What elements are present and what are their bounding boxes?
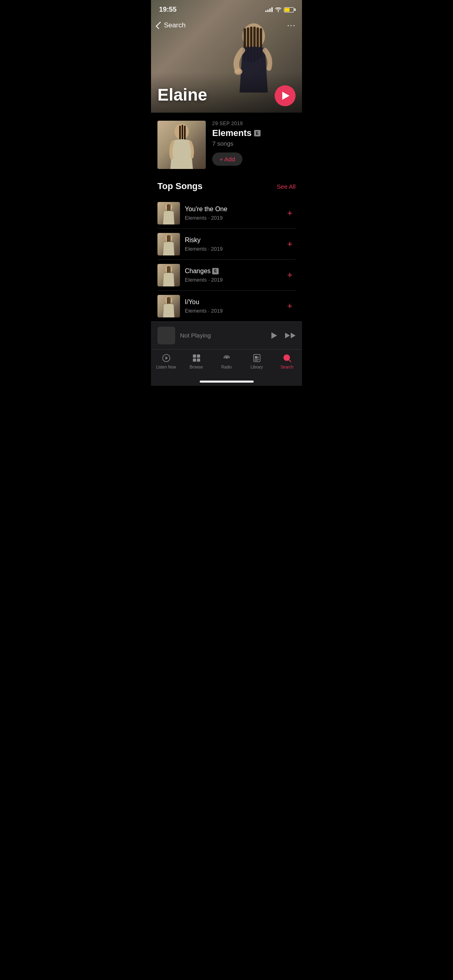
album-date: 29 SEP 2019 xyxy=(212,121,296,126)
wifi-icon xyxy=(275,7,281,12)
song-thumbnail xyxy=(157,295,180,317)
chevron-left-icon xyxy=(156,22,163,29)
mini-forward-button[interactable] xyxy=(285,333,296,338)
tab-browse-label: Browse xyxy=(190,365,203,369)
song-item: Changes E Elements · 2019 + xyxy=(157,260,296,291)
song-meta: Elements · 2019 xyxy=(185,246,223,252)
tab-library[interactable]: Library xyxy=(242,353,272,369)
battery-icon xyxy=(284,7,294,12)
song-details: You're the One Elements · 2019 xyxy=(185,206,279,221)
tab-listen-now-label: Listen Now xyxy=(156,365,176,369)
status-time: 19:55 xyxy=(159,6,176,14)
status-bar: 19:55 xyxy=(151,0,302,16)
tab-library-label: Library xyxy=(250,365,263,369)
hero-section: Search ··· Elaine xyxy=(151,0,302,113)
forward-icon-2 xyxy=(291,333,296,338)
mini-player-info: Not Playing xyxy=(180,332,267,339)
forward-icon-1 xyxy=(285,333,290,338)
library-icon xyxy=(252,353,262,363)
browse-icon xyxy=(191,353,202,363)
song-thumbnail xyxy=(157,264,180,286)
tab-search[interactable]: Search xyxy=(272,353,302,369)
mini-player-title: Not Playing xyxy=(180,332,211,339)
tab-radio-label: Radio xyxy=(221,365,232,369)
svg-point-0 xyxy=(278,11,279,12)
add-to-library-button[interactable]: + Add xyxy=(212,152,242,166)
radio-icon xyxy=(221,353,232,363)
mini-player-controls xyxy=(271,332,296,339)
album-section: 29 SEP 2019 Elements E 7 songs + Add xyxy=(151,113,302,177)
svg-rect-35 xyxy=(255,356,257,358)
add-song-button[interactable]: + xyxy=(284,238,296,250)
song-meta: Elements · 2019 xyxy=(185,215,223,221)
tab-search-label: Search xyxy=(281,365,294,369)
song-thumbnail xyxy=(157,233,180,255)
mini-play-button[interactable] xyxy=(271,332,277,339)
listen-now-icon xyxy=(161,353,172,363)
svg-rect-10 xyxy=(184,126,186,142)
top-songs-header: Top Songs See All xyxy=(157,181,296,191)
song-title: I/You xyxy=(185,299,199,306)
home-indicator xyxy=(151,379,302,386)
add-song-button[interactable]: + xyxy=(284,300,296,312)
album-title: Elements xyxy=(212,128,252,138)
explicit-badge: E xyxy=(254,130,261,136)
tab-listen-now[interactable]: Listen Now xyxy=(151,353,181,369)
svg-point-33 xyxy=(226,358,227,359)
song-item: Risky Elements · 2019 + xyxy=(157,229,296,260)
song-title: Changes xyxy=(185,268,211,275)
song-title: You're the One xyxy=(185,206,228,213)
tab-radio[interactable]: Radio xyxy=(211,353,242,369)
song-item: You're the One Elements · 2019 + xyxy=(157,198,296,229)
back-button[interactable]: Search xyxy=(157,21,186,29)
song-meta: Elements · 2019 xyxy=(185,277,223,283)
svg-line-39 xyxy=(289,360,291,362)
song-list: You're the One Elements · 2019 + Risky xyxy=(157,198,296,321)
hero-navigation: Search ··· xyxy=(151,20,302,31)
home-indicator-bar xyxy=(200,381,254,383)
album-title-row: Elements E xyxy=(212,128,296,138)
play-artist-button[interactable] xyxy=(275,85,296,106)
song-title: Risky xyxy=(185,237,201,244)
mini-player-thumbnail xyxy=(157,327,175,344)
signal-icon xyxy=(265,7,273,12)
add-song-button[interactable]: + xyxy=(284,207,296,219)
song-details: I/You Elements · 2019 xyxy=(185,299,279,314)
mini-player[interactable]: Not Playing xyxy=(151,321,302,349)
tab-browse[interactable]: Browse xyxy=(181,353,211,369)
album-songs-count: 7 songs xyxy=(212,140,296,147)
play-icon xyxy=(282,92,290,100)
svg-rect-30 xyxy=(197,354,200,358)
search-icon xyxy=(282,353,292,363)
more-button[interactable]: ··· xyxy=(287,20,296,31)
album-art xyxy=(157,121,206,169)
song-details: Risky Elements · 2019 xyxy=(185,237,279,252)
svg-rect-29 xyxy=(193,354,196,358)
top-songs-section: Top Songs See All You're the One Element… xyxy=(151,181,302,321)
song-thumbnail xyxy=(157,202,180,224)
song-meta: Elements · 2019 xyxy=(185,308,223,314)
album-art-figure xyxy=(161,121,202,169)
svg-rect-12 xyxy=(179,126,181,142)
album-info: 29 SEP 2019 Elements E 7 songs + Add xyxy=(212,121,296,166)
song-details: Changes E Elements · 2019 xyxy=(185,268,279,283)
status-icons xyxy=(265,7,294,12)
explicit-badge: E xyxy=(212,268,219,274)
svg-rect-32 xyxy=(197,358,200,362)
add-song-button[interactable]: + xyxy=(284,269,296,281)
svg-rect-31 xyxy=(193,358,196,362)
back-label: Search xyxy=(164,21,186,29)
see-all-button[interactable]: See All xyxy=(277,183,296,190)
tab-bar: Listen Now Browse Radio xyxy=(151,349,302,379)
song-item: I/You Elements · 2019 + xyxy=(157,291,296,321)
top-songs-title: Top Songs xyxy=(157,181,203,191)
artist-name: Elaine xyxy=(157,85,207,105)
